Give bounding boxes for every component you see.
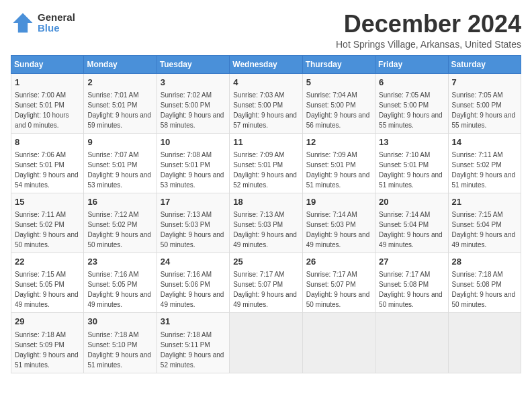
- calendar-day-cell: 22Sunrise: 7:15 AMSunset: 5:05 PMDayligh…: [11, 253, 84, 313]
- calendar-day-cell: [230, 313, 302, 373]
- day-info: Sunrise: 7:13 AMSunset: 5:03 PMDaylight:…: [233, 210, 298, 250]
- day-info: Sunrise: 7:08 AMSunset: 5:01 PMDaylight:…: [161, 150, 226, 190]
- day-info: Sunrise: 7:10 AMSunset: 5:01 PMDaylight:…: [379, 150, 444, 190]
- weekday-header: Wednesday: [230, 55, 302, 73]
- calendar-week-row: 15Sunrise: 7:11 AMSunset: 5:02 PMDayligh…: [11, 193, 521, 253]
- calendar-day-cell: 31Sunrise: 7:18 AMSunset: 5:11 PMDayligh…: [157, 313, 229, 373]
- day-number: 24: [161, 256, 226, 268]
- day-number: 30: [87, 316, 152, 328]
- day-number: 10: [161, 136, 226, 148]
- day-number: 7: [452, 77, 517, 89]
- day-info: Sunrise: 7:00 AMSunset: 5:01 PMDaylight:…: [15, 90, 80, 130]
- logo-blue: Blue: [38, 23, 75, 34]
- calendar-day-cell: 19Sunrise: 7:14 AMSunset: 5:03 PMDayligh…: [302, 193, 375, 253]
- day-number: 15: [15, 196, 80, 208]
- day-number: 5: [306, 77, 371, 89]
- calendar-day-cell: 11Sunrise: 7:09 AMSunset: 5:01 PMDayligh…: [230, 133, 302, 193]
- day-number: 20: [379, 196, 444, 208]
- day-number: 27: [379, 256, 444, 268]
- calendar-day-cell: [448, 313, 521, 373]
- day-info: Sunrise: 7:02 AMSunset: 5:00 PMDaylight:…: [161, 90, 226, 130]
- day-number: 21: [452, 196, 517, 208]
- day-info: Sunrise: 7:14 AMSunset: 5:04 PMDaylight:…: [379, 210, 444, 250]
- calendar-day-cell: 1Sunrise: 7:00 AMSunset: 5:01 PMDaylight…: [11, 73, 84, 133]
- calendar-day-cell: 10Sunrise: 7:08 AMSunset: 5:01 PMDayligh…: [157, 133, 229, 193]
- day-number: 9: [87, 136, 152, 148]
- calendar-day-cell: 28Sunrise: 7:18 AMSunset: 5:08 PMDayligh…: [448, 253, 521, 313]
- day-info: Sunrise: 7:13 AMSunset: 5:03 PMDaylight:…: [161, 210, 226, 250]
- calendar-day-cell: 16Sunrise: 7:12 AMSunset: 5:02 PMDayligh…: [84, 193, 157, 253]
- calendar-day-cell: 18Sunrise: 7:13 AMSunset: 5:03 PMDayligh…: [230, 193, 302, 253]
- day-number: 14: [452, 136, 517, 148]
- calendar-day-cell: 7Sunrise: 7:05 AMSunset: 5:00 PMDaylight…: [448, 73, 521, 133]
- day-info: Sunrise: 7:01 AMSunset: 5:01 PMDaylight:…: [87, 90, 152, 130]
- calendar-day-cell: 17Sunrise: 7:13 AMSunset: 5:03 PMDayligh…: [157, 193, 229, 253]
- day-info: Sunrise: 7:16 AMSunset: 5:06 PMDaylight:…: [161, 269, 226, 310]
- day-info: Sunrise: 7:05 AMSunset: 5:00 PMDaylight:…: [379, 90, 444, 130]
- day-info: Sunrise: 7:18 AMSunset: 5:09 PMDaylight:…: [15, 330, 80, 370]
- day-info: Sunrise: 7:14 AMSunset: 5:03 PMDaylight:…: [306, 210, 371, 250]
- day-number: 29: [15, 316, 80, 328]
- location-title: Hot Springs Village, Arkansas, United St…: [336, 39, 521, 50]
- svg-marker-0: [13, 13, 33, 33]
- calendar-table: SundayMondayTuesdayWednesdayThursdayFrid…: [11, 55, 521, 373]
- calendar-day-cell: 21Sunrise: 7:15 AMSunset: 5:04 PMDayligh…: [448, 193, 521, 253]
- day-number: 8: [15, 136, 80, 148]
- day-number: 11: [233, 136, 298, 148]
- day-number: 18: [233, 196, 298, 208]
- day-info: Sunrise: 7:15 AMSunset: 5:05 PMDaylight:…: [15, 269, 80, 310]
- calendar-day-cell: 24Sunrise: 7:16 AMSunset: 5:06 PMDayligh…: [157, 253, 229, 313]
- calendar-header: SundayMondayTuesdayWednesdayThursdayFrid…: [11, 55, 521, 73]
- day-info: Sunrise: 7:17 AMSunset: 5:07 PMDaylight:…: [306, 269, 371, 310]
- day-info: Sunrise: 7:17 AMSunset: 5:07 PMDaylight:…: [233, 269, 298, 310]
- day-info: Sunrise: 7:09 AMSunset: 5:01 PMDaylight:…: [233, 150, 298, 190]
- day-info: Sunrise: 7:09 AMSunset: 5:01 PMDaylight:…: [306, 150, 371, 190]
- day-info: Sunrise: 7:16 AMSunset: 5:05 PMDaylight:…: [87, 269, 152, 310]
- calendar-day-cell: 12Sunrise: 7:09 AMSunset: 5:01 PMDayligh…: [302, 133, 375, 193]
- calendar-day-cell: 4Sunrise: 7:03 AMSunset: 5:00 PMDaylight…: [230, 73, 302, 133]
- day-info: Sunrise: 7:03 AMSunset: 5:00 PMDaylight:…: [233, 90, 298, 130]
- day-number: 2: [87, 77, 152, 89]
- day-info: Sunrise: 7:11 AMSunset: 5:02 PMDaylight:…: [452, 150, 517, 190]
- day-info: Sunrise: 7:17 AMSunset: 5:08 PMDaylight:…: [379, 269, 444, 310]
- calendar-week-row: 8Sunrise: 7:06 AMSunset: 5:01 PMDaylight…: [11, 133, 521, 193]
- day-number: 31: [161, 316, 226, 328]
- calendar-day-cell: 2Sunrise: 7:01 AMSunset: 5:01 PMDaylight…: [84, 73, 157, 133]
- day-info: Sunrise: 7:18 AMSunset: 5:10 PMDaylight:…: [87, 330, 152, 370]
- day-number: 25: [233, 256, 298, 268]
- day-number: 23: [87, 256, 152, 268]
- title-section: December 2024 Hot Springs Village, Arkan…: [336, 11, 521, 50]
- calendar-day-cell: 8Sunrise: 7:06 AMSunset: 5:01 PMDaylight…: [11, 133, 84, 193]
- calendar-day-cell: 9Sunrise: 7:07 AMSunset: 5:01 PMDaylight…: [84, 133, 157, 193]
- calendar-day-cell: 30Sunrise: 7:18 AMSunset: 5:10 PMDayligh…: [84, 313, 157, 373]
- logo: General Blue: [11, 11, 75, 35]
- day-info: Sunrise: 7:07 AMSunset: 5:01 PMDaylight:…: [87, 150, 152, 190]
- calendar-day-cell: 25Sunrise: 7:17 AMSunset: 5:07 PMDayligh…: [230, 253, 302, 313]
- weekday-header: Tuesday: [157, 55, 229, 73]
- day-number: 28: [452, 256, 517, 268]
- calendar-day-cell: [375, 313, 448, 373]
- calendar-day-cell: 27Sunrise: 7:17 AMSunset: 5:08 PMDayligh…: [375, 253, 448, 313]
- calendar-day-cell: 6Sunrise: 7:05 AMSunset: 5:00 PMDaylight…: [375, 73, 448, 133]
- page-header: General Blue December 2024 Hot Springs V…: [11, 11, 521, 50]
- day-info: Sunrise: 7:11 AMSunset: 5:02 PMDaylight:…: [15, 210, 80, 250]
- calendar-day-cell: 29Sunrise: 7:18 AMSunset: 5:09 PMDayligh…: [11, 313, 84, 373]
- day-number: 6: [379, 77, 444, 89]
- calendar-day-cell: 23Sunrise: 7:16 AMSunset: 5:05 PMDayligh…: [84, 253, 157, 313]
- logo-general: General: [38, 12, 75, 24]
- day-info: Sunrise: 7:18 AMSunset: 5:11 PMDaylight:…: [161, 330, 226, 370]
- day-number: 19: [306, 196, 371, 208]
- day-number: 17: [161, 196, 226, 208]
- calendar-week-row: 29Sunrise: 7:18 AMSunset: 5:09 PMDayligh…: [11, 313, 521, 373]
- weekday-header: Friday: [375, 55, 448, 73]
- calendar-body: 1Sunrise: 7:00 AMSunset: 5:01 PMDaylight…: [11, 73, 521, 373]
- day-info: Sunrise: 7:15 AMSunset: 5:04 PMDaylight:…: [452, 210, 517, 250]
- calendar-week-row: 22Sunrise: 7:15 AMSunset: 5:05 PMDayligh…: [11, 253, 521, 313]
- day-number: 22: [15, 256, 80, 268]
- calendar-day-cell: 15Sunrise: 7:11 AMSunset: 5:02 PMDayligh…: [11, 193, 84, 253]
- weekday-header-row: SundayMondayTuesdayWednesdayThursdayFrid…: [11, 55, 521, 73]
- weekday-header: Thursday: [302, 55, 375, 73]
- calendar-day-cell: [302, 313, 375, 373]
- calendar-day-cell: 14Sunrise: 7:11 AMSunset: 5:02 PMDayligh…: [448, 133, 521, 193]
- logo-icon: [11, 11, 35, 35]
